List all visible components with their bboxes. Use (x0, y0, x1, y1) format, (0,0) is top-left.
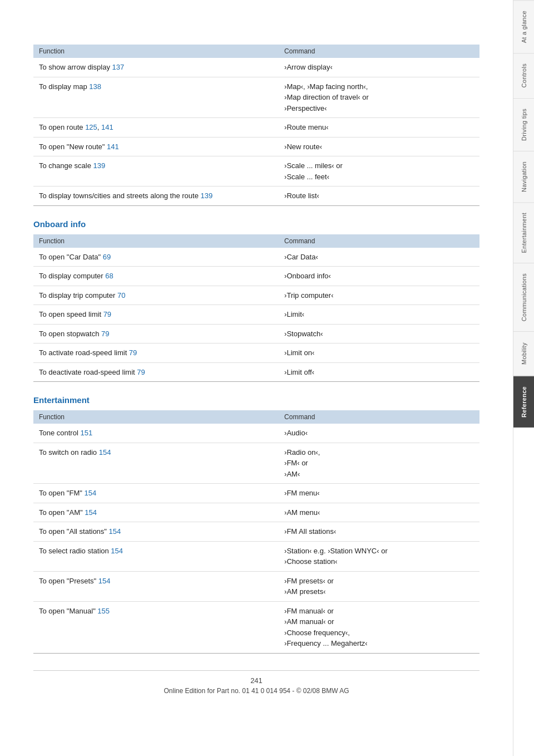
side-tab-at-a-glance[interactable]: At a glance (513, 0, 534, 53)
function-cell: To select radio station 154 (33, 541, 279, 571)
page-ref-link[interactable]: 79 (103, 310, 111, 318)
function-cell: To open "AM" 154 (33, 503, 279, 522)
function-cell: To activate road-speed limit 79 (33, 343, 279, 363)
command-cell: ›AM menu‹ (279, 503, 479, 522)
page-ref-link[interactable]: 154 (85, 508, 97, 517)
function-cell: To open "FM" 154 (33, 484, 279, 503)
function-cell: To open "Car Data" 69 (33, 248, 279, 267)
command-cell: ›FM All stations‹ (279, 522, 479, 542)
function-cell: To display towns/cities and streets alon… (33, 186, 279, 206)
command-cell: ›Stopwatch‹ (279, 324, 479, 343)
page-ref-link[interactable]: 154 (98, 577, 111, 585)
page-ref-link[interactable]: 70 (117, 291, 125, 300)
page-ref-link[interactable]: 79 (101, 330, 109, 338)
function-cell: To show arrow display 137 (33, 58, 279, 77)
function-cell: To open "All stations" 154 (33, 522, 279, 542)
entertainment-function-header: Function (33, 410, 279, 424)
page-ref-link[interactable]: 79 (137, 368, 145, 376)
table1-command-header: Command (279, 45, 479, 58)
side-tab-entertainment[interactable]: Entertainment (513, 202, 534, 263)
command-cell: ›Radio on‹, ›FM‹ or ›AM‹ (279, 443, 479, 484)
command-cell: ›Station‹ e.g. ›Station WNYC‹ or ›Choose… (279, 541, 479, 571)
function-cell: To open "Manual" 155 (33, 601, 279, 653)
function-cell: To open stopwatch 79 (33, 324, 279, 343)
table-row: To deactivate road-speed limit 79›Limit … (33, 362, 479, 382)
page-ref-link[interactable]: 68 (105, 272, 113, 280)
function-cell: To display computer 68 (33, 267, 279, 286)
side-tab-driving-tips[interactable]: Driving tips (513, 98, 534, 151)
table-row: To display computer 68›Onboard info‹ (33, 267, 479, 286)
table-row: To select radio station 154›Station‹ e.g… (33, 541, 479, 571)
table-row: To open "New route" 141›New route‹ (33, 137, 479, 156)
side-tab-mobility[interactable]: Mobility (513, 331, 534, 376)
page-ref-link[interactable]: 151 (80, 429, 92, 437)
page-ref-link[interactable]: 154 (109, 527, 121, 536)
command-cell: ›Audio‹ (279, 424, 479, 443)
entertainment-heading: Entertainment (33, 395, 479, 405)
page-ref-link[interactable]: 69 (103, 253, 111, 261)
table-row: Tone control 151›Audio‹ (33, 424, 479, 443)
entertainment-table: Function Command Tone control 151›Audio‹… (33, 410, 479, 654)
function-cell: To open "Presets" 154 (33, 571, 279, 601)
function-cell: To open speed limit 79 (33, 305, 279, 325)
entertainment-command-header: Command (279, 410, 479, 424)
table-row: To open "Manual" 155›FM manual‹ or ›AM m… (33, 601, 479, 653)
page-ref-link[interactable]: 141 (107, 143, 119, 151)
side-tab-reference[interactable]: Reference (513, 376, 534, 428)
page-ref-link[interactable]: 139 (201, 192, 213, 200)
page-ref-link[interactable]: 138 (89, 82, 101, 91)
command-cell: ›FM menu‹ (279, 484, 479, 503)
table-row: To open "All stations" 154›FM All statio… (33, 522, 479, 542)
table-row: To open "Presets" 154›FM presets‹ or ›AM… (33, 571, 479, 601)
command-cell: ›Limit‹ (279, 305, 479, 325)
side-tabs: At a glanceControlsDriving tipsNavigatio… (513, 0, 534, 756)
page-ref-link[interactable]: 79 (129, 348, 137, 357)
command-cell: ›Limit on‹ (279, 343, 479, 363)
page-ref-link[interactable]: 154 (99, 448, 111, 456)
onboard-function-header: Function (33, 234, 279, 248)
command-cell: ›Trip computer‹ (279, 286, 479, 305)
function-cell: To change scale 139 (33, 156, 279, 186)
page-footer: 241 Online Edition for Part no. 01 41 0 … (33, 670, 479, 695)
table-row: To show arrow display 137›Arrow display‹ (33, 58, 479, 77)
function-cell: To open route 125, 141 (33, 118, 279, 138)
command-cell: ›Map‹, ›Map facing north‹, ›Map directio… (279, 77, 479, 118)
table-row: To open stopwatch 79›Stopwatch‹ (33, 324, 479, 343)
table-row: To activate road-speed limit 79›Limit on… (33, 343, 479, 363)
function-cell: Tone control 151 (33, 424, 279, 443)
page-wrapper: Function Command To show arrow display 1… (0, 0, 534, 756)
command-cell: ›FM presets‹ or ›AM presets‹ (279, 571, 479, 601)
table1-function-header: Function (33, 45, 279, 58)
command-cell: ›Onboard info‹ (279, 267, 479, 286)
side-tab-communications[interactable]: Communications (513, 263, 534, 331)
command-cell: ›Limit off‹ (279, 362, 479, 382)
page-ref-link[interactable]: 139 (93, 161, 106, 170)
page-ref-link[interactable]: 125 (85, 123, 97, 131)
navigation-table: Function Command To show arrow display 1… (33, 45, 479, 206)
side-tab-controls[interactable]: Controls (513, 53, 534, 97)
table-row: To display trip computer 70›Trip compute… (33, 286, 479, 305)
table-row: To open "FM" 154›FM menu‹ (33, 484, 479, 503)
command-cell: ›Scale ... miles‹ or ›Scale ... feet‹ (279, 156, 479, 186)
command-cell: ›Route list‹ (279, 186, 479, 206)
page-ref-link[interactable]: 154 (85, 489, 97, 497)
onboard-info-heading: Onboard info (33, 219, 479, 229)
table-row: To display map 138›Map‹, ›Map facing nor… (33, 77, 479, 118)
command-cell: ›New route‹ (279, 137, 479, 156)
command-cell: ›FM manual‹ or ›AM manual‹ or ›Choose fr… (279, 601, 479, 653)
command-cell: ›Route menu‹ (279, 118, 479, 138)
onboard-command-header: Command (279, 234, 479, 248)
page-ref-link[interactable]: 141 (101, 123, 113, 131)
table-row: To open speed limit 79›Limit‹ (33, 305, 479, 325)
function-cell: To display trip computer 70 (33, 286, 279, 305)
onboard-info-table: Function Command To open "Car Data" 69›C… (33, 234, 479, 382)
footer-text: Online Edition for Part no. 01 41 0 014 … (33, 687, 479, 695)
page-ref-link[interactable]: 137 (112, 63, 125, 71)
command-cell: ›Arrow display‹ (279, 58, 479, 77)
table-row: To display towns/cities and streets alon… (33, 186, 479, 206)
table-row: To switch on radio 154›Radio on‹, ›FM‹ o… (33, 443, 479, 484)
table-row: To open "Car Data" 69›Car Data‹ (33, 248, 479, 267)
page-ref-link[interactable]: 154 (111, 547, 123, 555)
side-tab-navigation[interactable]: Navigation (513, 151, 534, 202)
page-ref-link[interactable]: 155 (97, 607, 110, 615)
